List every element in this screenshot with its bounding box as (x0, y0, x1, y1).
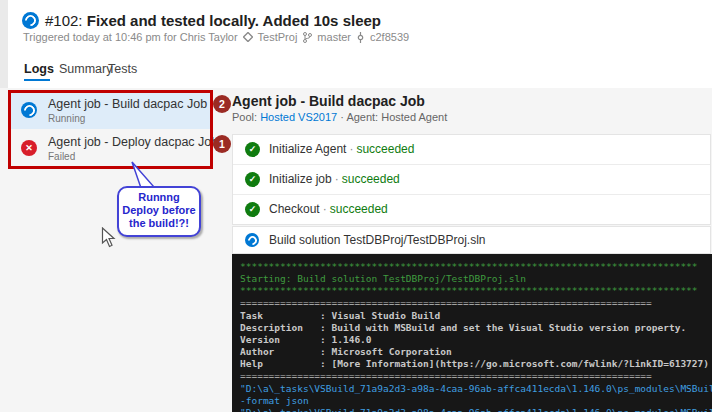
page-title: #102: Fixed and tested locally. Added 10… (45, 12, 381, 29)
step-initialize-job[interactable]: ✓ Initialize job·succeeded (233, 165, 710, 195)
annotation-badge-1: 1 (213, 135, 231, 153)
log-line: -format json (240, 395, 712, 407)
build-meta: Triggered today at 10:46 pm for Chris Ta… (23, 31, 409, 43)
success-check-icon: ✓ (245, 172, 260, 187)
separator-dot: · (332, 172, 342, 186)
separator-dot: · (346, 142, 356, 156)
agent-text: Agent: Hosted Agent (346, 111, 447, 123)
sidebar-job-build-dacpac[interactable]: Agent job - Build dacpac Job Running (11, 92, 210, 129)
callout-line: the build!?! (119, 217, 199, 230)
log-line: Author : Microsoft Corporation (240, 346, 712, 358)
branch-name: master (317, 31, 351, 43)
step-label: Initialize Agent (269, 142, 346, 156)
tab-tests[interactable]: Tests (108, 62, 137, 76)
step-status: succeeded (330, 202, 388, 216)
build-title: Fixed and tested locally. Added 10s slee… (87, 12, 381, 29)
log-line: Task : Visual Studio Build (240, 310, 712, 322)
selected-job-title: Agent job - Build dacpac Job (232, 93, 425, 109)
tab-summary[interactable]: Summary (59, 62, 112, 76)
job-name: Agent job - Build dacpac Job (48, 97, 207, 111)
log-line: Version : 1.146.0 (240, 334, 712, 346)
sync-arc-icon (23, 13, 39, 29)
pool-link[interactable]: Hosted VS2017 (260, 111, 337, 123)
annotation-badge-2: 2 (213, 95, 231, 113)
log-line: Starting: Build solution TestDBProj/Test… (240, 273, 712, 285)
callout-line: Runnng (119, 191, 199, 204)
steps-card: ✓ Initialize Agent·succeeded ✓ Initializ… (232, 134, 711, 225)
separator-dot: · (337, 111, 346, 123)
commit-icon (356, 32, 365, 43)
commit-hash: c2f8539 (370, 31, 409, 43)
log-line: "D:\a\_tasks\VSBuild_71a9a2d3-a98a-4caa-… (240, 407, 712, 412)
sync-arc-icon (246, 234, 259, 247)
job-status: Failed (48, 151, 75, 162)
running-icon (21, 102, 37, 118)
log-line: Help : [More Information](https://go.mic… (240, 358, 712, 370)
callout-line: Deploy before (119, 204, 199, 217)
pool-label: Pool: (232, 111, 257, 123)
project-name: TestProj (258, 31, 298, 43)
log-line: ****************************************… (240, 285, 712, 297)
success-check-icon: ✓ (245, 142, 260, 157)
project-icon (243, 32, 253, 42)
step-label: Initialize job (269, 172, 332, 186)
pipeline-running-icon (22, 12, 39, 29)
branch-icon (302, 32, 312, 43)
pool-agent-line: Pool: Hosted VS2017 · Agent: Hosted Agen… (232, 111, 447, 123)
running-icon (245, 233, 259, 247)
step-checkout[interactable]: ✓ Checkout·succeeded (233, 195, 710, 224)
success-check-icon: ✓ (245, 202, 260, 217)
log-line: Description : Build with MSBuild and set… (240, 322, 712, 334)
log-line: ========================================… (240, 370, 712, 382)
failed-icon: ✕ (21, 140, 37, 156)
separator-dot: · (320, 202, 330, 216)
job-name: Agent job - Deploy dacpac Job (48, 135, 218, 149)
step-label: Checkout (269, 202, 320, 216)
job-status: Running (48, 113, 85, 124)
build-results-page: #102: Fixed and tested locally. Added 10… (0, 0, 712, 412)
step-build-solution[interactable]: Build solution TestDBProj/TestDBProj.sln (232, 226, 711, 254)
tab-logs[interactable]: Logs (24, 62, 54, 76)
active-tab-underline (24, 79, 50, 81)
log-console[interactable]: ****************************************… (232, 254, 712, 412)
triggered-text: Triggered today at 10:46 pm for Chris Ta… (23, 31, 238, 43)
build-number: #102: (45, 12, 83, 29)
sync-arc-icon (22, 103, 38, 119)
step-status: succeeded (356, 142, 414, 156)
log-line: "D:\a\_tasks\VSBuild_71a9a2d3-a98a-4caa-… (240, 383, 712, 395)
log-line: ========================================… (240, 297, 712, 309)
annotation-callout: Runnng Deploy before the build!?! (117, 186, 201, 237)
step-label: Build solution TestDBProj/TestDBProj.sln (269, 233, 486, 247)
log-line: ****************************************… (240, 261, 712, 273)
step-status: succeeded (342, 172, 400, 186)
step-initialize-agent[interactable]: ✓ Initialize Agent·succeeded (233, 135, 710, 165)
sidebar-job-deploy-dacpac[interactable]: ✕ Agent job - Deploy dacpac Job Failed (11, 130, 210, 167)
